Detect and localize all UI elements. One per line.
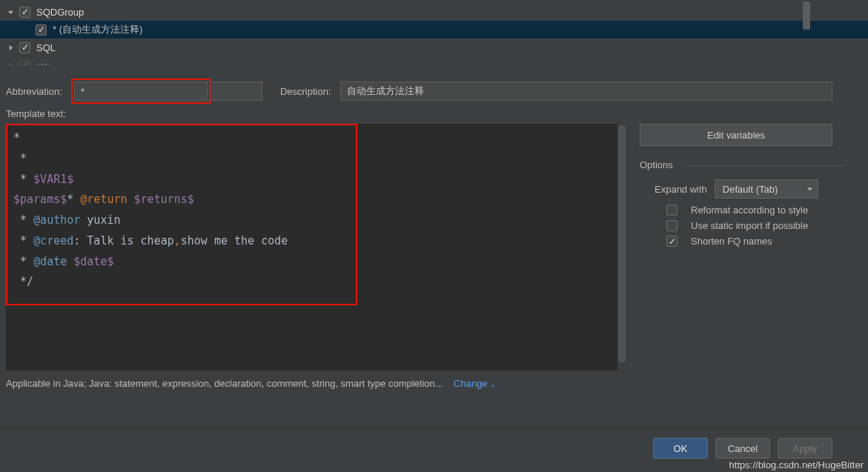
cancel-button[interactable]: Cancel: [715, 438, 770, 459]
expand-with-label: Expand with: [655, 184, 707, 195]
template-tree[interactable]: SQDGroup * (自动生成方法注释) SQL srn: [0, 0, 868, 65]
tree-group-partial[interactable]: srn: [0, 56, 868, 65]
expand-with-dropdown[interactable]: Default (Tab): [715, 179, 818, 199]
tree-checkbox[interactable]: [19, 7, 30, 18]
change-link[interactable]: Change ⌄: [454, 378, 496, 389]
tree-group-sqdgroup[interactable]: SQDGroup: [0, 3, 868, 21]
reformat-option[interactable]: Reformat according to style: [640, 205, 832, 216]
chevron-down-icon[interactable]: [6, 7, 15, 16]
tree-group-sql[interactable]: SQL: [0, 39, 868, 56]
tree-group-label: SQL: [36, 42, 56, 53]
reformat-label: Reformat according to style: [691, 205, 808, 216]
ok-button[interactable]: OK: [653, 438, 708, 459]
tree-scrollbar[interactable]: [803, 1, 810, 30]
template-editor-wrap: * * * $VAR1$ $params$* @return $returns$…: [6, 124, 626, 370]
shorten-fq-checkbox[interactable]: [666, 236, 677, 247]
shorten-fq-option[interactable]: Shorten FQ names: [640, 236, 832, 247]
shorten-fq-label: Shorten FQ names: [691, 236, 772, 247]
tree-checkbox[interactable]: [19, 42, 30, 53]
static-import-option[interactable]: Use static import if possible: [640, 220, 832, 231]
abbrev-desc-row: Abbreviation: Description:: [0, 79, 868, 104]
side-panel: Edit variables Options Expand with Defau…: [640, 124, 832, 370]
tree-group-label: srn: [36, 60, 50, 66]
template-text-editor[interactable]: * * * $VAR1$ $params$* @return $returns$…: [6, 124, 626, 370]
edit-variables-button[interactable]: Edit variables: [640, 124, 832, 146]
applicable-row: Applicable in Java; Java: statement, exp…: [0, 370, 868, 389]
chevron-down-icon: [806, 184, 813, 195]
static-import-label: Use static import if possible: [691, 220, 808, 231]
abbreviation-label: Abbreviation:: [6, 86, 62, 97]
chevron-right-icon[interactable]: [6, 61, 15, 65]
apply-button[interactable]: Apply: [778, 438, 832, 459]
options-title: Options: [640, 159, 832, 170]
dialog-button-bar: OK Cancel Apply: [653, 438, 832, 459]
description-label: Description:: [280, 86, 331, 97]
tree-group-label: SQDGroup: [36, 7, 84, 18]
chevron-down-icon: ⌄: [490, 380, 496, 388]
expand-with-value: Default (Tab): [723, 184, 778, 195]
editor-scrollbar-thumb[interactable]: [618, 125, 626, 362]
abbreviation-input[interactable]: [74, 82, 208, 101]
tree-checkbox[interactable]: [19, 60, 30, 66]
static-import-checkbox[interactable]: [666, 220, 677, 231]
watermark: https://blog.csdn.net/HugeBitter: [729, 459, 864, 471]
applicable-text: Applicable in Java; Java: statement, exp…: [6, 378, 443, 389]
editor-scrollbar-track[interactable]: [617, 124, 626, 370]
template-text-label: Template text:: [6, 108, 832, 119]
description-input[interactable]: [340, 82, 832, 101]
tree-checkbox[interactable]: [36, 24, 47, 36]
expand-with-row: Expand with Default (Tab): [640, 179, 832, 199]
abbreviation-input-ext: [211, 82, 262, 101]
chevron-right-icon[interactable]: [6, 43, 15, 52]
tree-item-label: * (自动生成方法注释): [53, 23, 142, 36]
reformat-checkbox[interactable]: [666, 205, 677, 216]
abbreviation-highlight: [71, 79, 211, 104]
tree-item-selected[interactable]: * (自动生成方法注释): [0, 21, 868, 39]
options-box: Options Expand with Default (Tab) Reform…: [640, 159, 832, 247]
